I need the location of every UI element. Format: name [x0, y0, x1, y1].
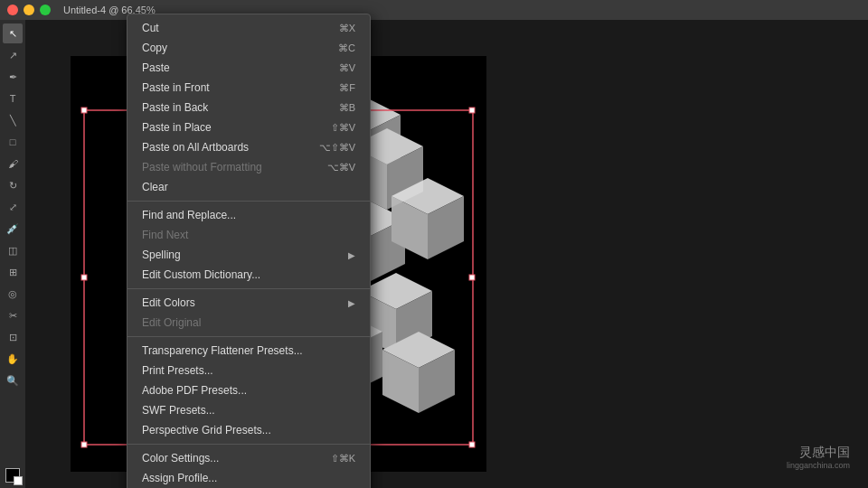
menu-item-paste-formatting: Paste without Formatting⌥⌘V — [127, 157, 370, 177]
menu-item-label: Cut — [142, 22, 159, 34]
menu-separator — [127, 336, 370, 337]
menu-item-shortcut: ⌘B — [339, 102, 355, 114]
menu-item-shortcut: ▶ — [348, 298, 355, 308]
menu-item-color-settings[interactable]: Color Settings...⇧⌘K — [127, 448, 370, 468]
svg-rect-50 — [81, 442, 87, 447]
menu-item-label: Adobe PDF Presets... — [142, 384, 247, 397]
menu-item-shortcut: ⌘F — [339, 82, 355, 94]
menu-item-clear[interactable]: Clear — [127, 177, 370, 197]
watermark-logo: 灵感中国 — [787, 445, 850, 461]
menu-item-shortcut: ⌥⇧⌘V — [319, 142, 355, 154]
zoom-tool[interactable]: 🔍 — [3, 371, 23, 390]
menu-item-shortcut: ⌥⌘V — [327, 162, 355, 174]
menu-item-shortcut: ⌘V — [339, 62, 355, 74]
menu-item-label: Assign Profile... — [142, 472, 217, 484]
menu-item-shortcut: ⇧⌘V — [331, 122, 355, 134]
artboard-tool[interactable]: ⊡ — [3, 327, 23, 347]
menu-item-paste-place[interactable]: Paste in Place⇧⌘V — [127, 117, 370, 137]
minimize-button[interactable] — [24, 5, 34, 15]
menu-item-find-replace[interactable]: Find and Replace... — [127, 205, 370, 225]
type-tool[interactable]: T — [3, 89, 23, 108]
menu-separator — [127, 201, 370, 202]
eyedropper-tool[interactable]: 💉 — [3, 219, 23, 239]
menu-item-find-next: Find Next — [127, 225, 370, 245]
select-tool[interactable]: ↖ — [3, 23, 23, 43]
menu-item-label: Perspective Grid Presets... — [142, 424, 271, 436]
menu-item-label: Spelling — [142, 249, 181, 261]
menu-item-pdf-presets[interactable]: Adobe PDF Presets... — [127, 380, 370, 400]
menu-item-transparency-presets[interactable]: Transparency Flattener Presets... — [127, 341, 370, 361]
close-button[interactable] — [7, 5, 18, 15]
menu-item-cut[interactable]: Cut⌘X — [127, 18, 370, 38]
svg-rect-49 — [469, 108, 475, 113]
menu-item-paste-front[interactable]: Paste in Front⌘F — [127, 78, 370, 98]
menu-item-label: Find and Replace... — [142, 209, 236, 221]
menu-item-label: Color Settings... — [142, 452, 219, 465]
menu-item-label: SWF Presets... — [142, 404, 215, 417]
blend-tool[interactable]: ◎ — [3, 284, 23, 304]
svg-rect-47 — [81, 108, 87, 113]
watermark: 灵感中国 lingganchina.com — [787, 445, 850, 470]
menu-item-paste[interactable]: Paste⌘V — [127, 58, 370, 78]
menu-item-label: Paste in Back — [142, 101, 208, 114]
hand-tool[interactable]: ✋ — [3, 349, 23, 369]
watermark-url: lingganchina.com — [787, 461, 850, 470]
context-menu: Cut⌘XCopy⌘CPaste⌘VPaste in Front⌘FPaste … — [127, 14, 371, 488]
menu-item-swf-presets[interactable]: SWF Presets... — [127, 400, 370, 420]
scale-tool[interactable]: ⤢ — [3, 197, 23, 217]
menu-item-label: Paste — [142, 61, 170, 74]
menu-item-label: Clear — [142, 181, 168, 193]
line-tool[interactable]: ╲ — [3, 110, 23, 130]
menu-item-paste-artboards[interactable]: Paste on All Artboards⌥⇧⌘V — [127, 137, 370, 157]
menu-item-print-presets[interactable]: Print Presets... — [127, 361, 370, 380]
scissors-tool[interactable]: ✂ — [3, 305, 23, 325]
menu-item-label: Paste in Front — [142, 81, 210, 94]
pen-tool[interactable]: ✒ — [3, 67, 23, 87]
menu-item-spelling[interactable]: Spelling▶ — [127, 245, 370, 265]
menu-item-assign-profile[interactable]: Assign Profile... — [127, 468, 370, 488]
menu-separator — [127, 444, 370, 445]
direct-select-tool[interactable]: ↗ — [3, 45, 23, 65]
menu-item-paste-back[interactable]: Paste in Back⌘B — [127, 98, 370, 117]
menu-item-label: Copy — [142, 42, 167, 54]
svg-rect-52 — [469, 442, 475, 447]
mesh-tool[interactable]: ⊞ — [3, 262, 23, 282]
svg-rect-53 — [81, 275, 87, 280]
menu-item-shortcut: ⇧⌘K — [331, 453, 355, 465]
menu-item-label: Edit Custom Dictionary... — [142, 268, 260, 281]
left-toolbar: ↖ ↗ ✒ T ╲ □ 🖌 ↻ ⤢ 💉 ◫ ⊞ ◎ ✂ ⊡ ✋ 🔍 — [0, 20, 25, 488]
maximize-button[interactable] — [40, 5, 51, 15]
menu-item-label: Paste in Place — [142, 121, 212, 134]
menu-item-label: Print Presets... — [142, 364, 213, 377]
menu-item-edit-dictionary[interactable]: Edit Custom Dictionary... — [127, 265, 370, 285]
menu-separator — [127, 288, 370, 289]
menu-item-label: Edit Original — [142, 316, 201, 329]
menu-item-copy[interactable]: Copy⌘C — [127, 38, 370, 58]
menu-item-shortcut: ⌘X — [339, 23, 355, 34]
menu-item-label: Paste on All Artboards — [142, 141, 249, 154]
gradient-tool[interactable]: ◫ — [3, 240, 23, 260]
paint-brush-tool[interactable]: 🖌 — [3, 154, 23, 174]
menu-item-label: Edit Colors — [142, 296, 195, 309]
menu-item-shortcut: ⌘C — [338, 42, 355, 54]
menu-item-label: Find Next — [142, 229, 188, 241]
menu-item-edit-colors[interactable]: Edit Colors▶ — [127, 293, 370, 313]
svg-rect-54 — [469, 275, 475, 280]
rect-tool[interactable]: □ — [3, 132, 23, 152]
menu-item-label: Paste without Formatting — [142, 161, 262, 174]
rotate-tool[interactable]: ↻ — [3, 175, 23, 195]
menu-item-shortcut: ▶ — [348, 250, 355, 260]
menu-item-edit-original: Edit Original — [127, 313, 370, 333]
menu-item-perspective-presets[interactable]: Perspective Grid Presets... — [127, 420, 370, 440]
menu-item-label: Transparency Flattener Presets... — [142, 344, 303, 357]
